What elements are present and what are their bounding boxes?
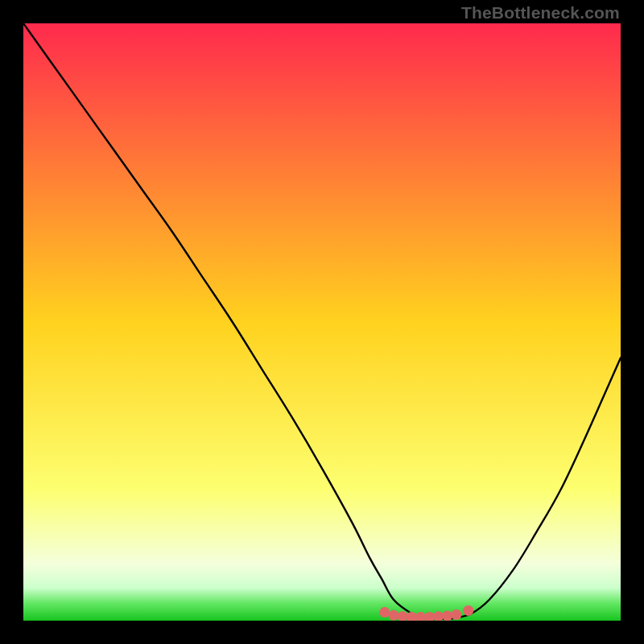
chart-area xyxy=(23,23,621,621)
curve-marker xyxy=(407,612,417,621)
curve-marker xyxy=(415,612,426,621)
curve-marker xyxy=(451,609,461,620)
curve-marker xyxy=(442,611,452,621)
curve-marker xyxy=(463,605,473,616)
curve-marker xyxy=(379,607,390,617)
curve-marker xyxy=(433,611,444,621)
bottleneck-curve xyxy=(23,23,621,621)
watermark-text: TheBottleneck.com xyxy=(461,3,620,23)
curve-marker xyxy=(424,612,435,621)
curve-marker xyxy=(389,610,399,621)
curve-marker xyxy=(398,611,408,621)
